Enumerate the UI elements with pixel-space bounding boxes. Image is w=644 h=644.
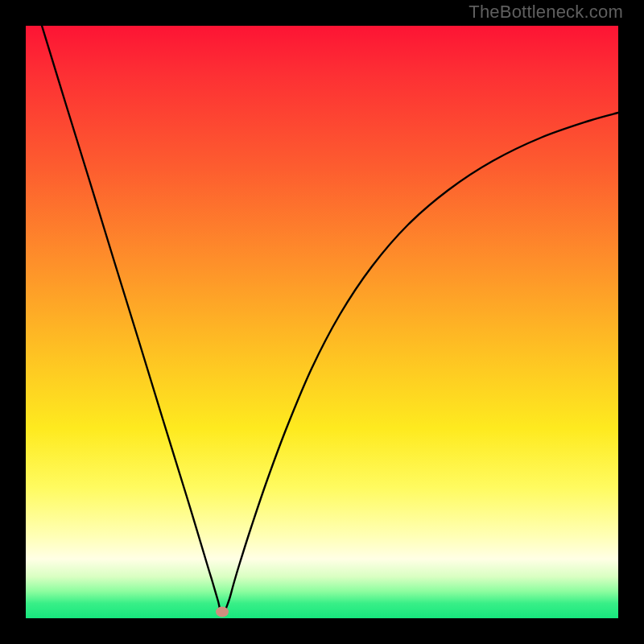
attribution-label: TheBottleneck.com — [469, 2, 623, 23]
plot-area — [26, 26, 618, 618]
chart-frame: TheBottleneck.com — [0, 0, 644, 644]
bottleneck-curve — [42, 26, 618, 615]
minimum-marker — [216, 607, 229, 617]
chart-overlay — [26, 26, 618, 618]
